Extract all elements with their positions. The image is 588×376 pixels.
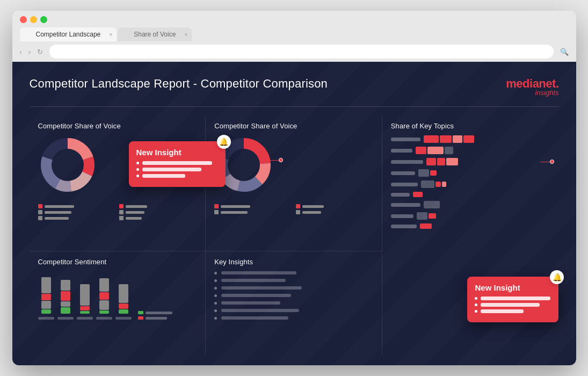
sent-stack <box>41 277 51 314</box>
insight-dot <box>214 302 217 305</box>
topic-bars <box>416 147 453 154</box>
insight-text-bar <box>142 174 185 178</box>
tab-close-icon[interactable]: × <box>109 32 112 38</box>
legend-item <box>119 216 197 220</box>
bell-icon-1: 🔔 <box>217 135 231 149</box>
browser-titlebar: Competitor Landscape × Share of Voice × <box>12 11 576 41</box>
insight-dot <box>214 279 217 282</box>
search-icon[interactable]: 🔍 <box>560 48 569 56</box>
back-button[interactable]: ‹ <box>20 48 22 56</box>
insight-dot <box>214 272 217 274</box>
tab-inactive[interactable]: Share of Voice × <box>118 27 192 41</box>
sent-group <box>57 280 74 320</box>
key-topics-title: Share of Key Topics <box>391 122 550 130</box>
insight-line <box>475 303 551 307</box>
topic-row <box>391 192 550 197</box>
sent-bar-gray <box>61 280 70 291</box>
insights-title: Key Insights <box>214 258 373 266</box>
browser-tabs: Competitor Landscape × Share of Voice × <box>20 27 569 41</box>
topic-seg-red <box>430 170 437 176</box>
sent-label <box>96 317 112 320</box>
sov-pointer <box>260 158 283 162</box>
topic-seg-red <box>440 135 452 143</box>
topic-bars <box>424 135 474 143</box>
topic-label <box>391 160 423 164</box>
sentiment-chart <box>38 271 197 320</box>
legend-dot <box>119 204 124 208</box>
topic-seg-red <box>424 135 439 143</box>
sent-bar-gray <box>41 277 51 293</box>
address-input[interactable] <box>49 45 553 59</box>
legend-bar <box>302 211 321 214</box>
donut1-chart <box>38 135 103 200</box>
legend-bar <box>126 211 144 214</box>
panel-sentiment: Competitor Sentiment <box>30 251 206 355</box>
sent-group <box>96 278 112 320</box>
topic-bars <box>421 180 446 188</box>
topic-pointer-line <box>540 162 551 162</box>
sent-bar-gray <box>61 301 70 307</box>
legend-item <box>214 210 292 214</box>
tab-active[interactable]: Competitor Landscape × <box>20 27 117 41</box>
topic-row <box>391 223 550 229</box>
insight-popup-2-title: New Insight <box>475 283 551 292</box>
legend-dot <box>38 216 42 220</box>
sent-bar-red <box>119 303 128 309</box>
legend-item <box>119 204 197 208</box>
insight-item <box>214 286 373 290</box>
topic-label <box>391 203 420 207</box>
topic-label <box>391 193 410 197</box>
legend-item <box>38 204 115 208</box>
insight-dot <box>214 317 217 320</box>
insight-text-bar <box>481 297 550 300</box>
sov1-legend <box>38 204 197 220</box>
insight-line <box>136 174 218 178</box>
insight-bullet <box>475 303 477 306</box>
topics-grid <box>391 135 550 229</box>
insight-bar <box>221 316 288 320</box>
forward-button[interactable]: › <box>28 48 31 56</box>
insight-dot <box>214 309 217 312</box>
sent-bar-gray <box>99 300 109 310</box>
main-grid: Competitor Share of Voice <box>30 115 559 355</box>
topic-seg-red <box>435 182 441 187</box>
topic-row <box>391 169 550 177</box>
sent-bar-gray <box>80 284 90 306</box>
legend-bar <box>302 205 324 208</box>
legend-item <box>214 204 292 208</box>
insight-text-bar <box>142 161 212 165</box>
legend-dot <box>214 204 219 208</box>
tab-close-icon-2[interactable]: × <box>184 32 187 38</box>
sent-bar-red <box>80 306 90 310</box>
topic-seg-red <box>429 213 436 219</box>
sentiment-legend <box>138 311 172 320</box>
close-button[interactable] <box>20 16 27 23</box>
reload-button[interactable]: ↻ <box>37 48 43 56</box>
topic-label <box>391 149 412 153</box>
legend-green <box>138 311 143 314</box>
topic-seg-red <box>463 135 474 143</box>
sent-bar-green <box>41 309 51 314</box>
legend-item <box>119 210 197 214</box>
sent-stack <box>61 280 70 314</box>
maximize-button[interactable] <box>40 16 47 23</box>
sent-bar-gray <box>119 284 128 303</box>
sent-legend-item <box>138 316 172 320</box>
topic-label <box>391 171 415 175</box>
topic-bars <box>420 223 432 229</box>
sent-bar-green <box>99 310 109 314</box>
minimize-button[interactable] <box>30 16 37 23</box>
sent-bar-red <box>99 292 109 300</box>
topic-label <box>391 138 420 141</box>
brand-logo: medianet. insights <box>506 77 558 97</box>
insight-bullet <box>475 297 477 300</box>
topic-seg-lightred <box>427 147 444 154</box>
legend-bar <box>45 205 74 208</box>
donut2-container <box>214 135 373 200</box>
topic-seg-red <box>420 223 432 229</box>
insight-item <box>214 271 373 274</box>
topic-seg-gray <box>421 180 434 188</box>
panel-sov1: Competitor Share of Voice <box>30 115 206 251</box>
sent-group <box>77 284 93 320</box>
insight-text-bar <box>481 303 540 307</box>
